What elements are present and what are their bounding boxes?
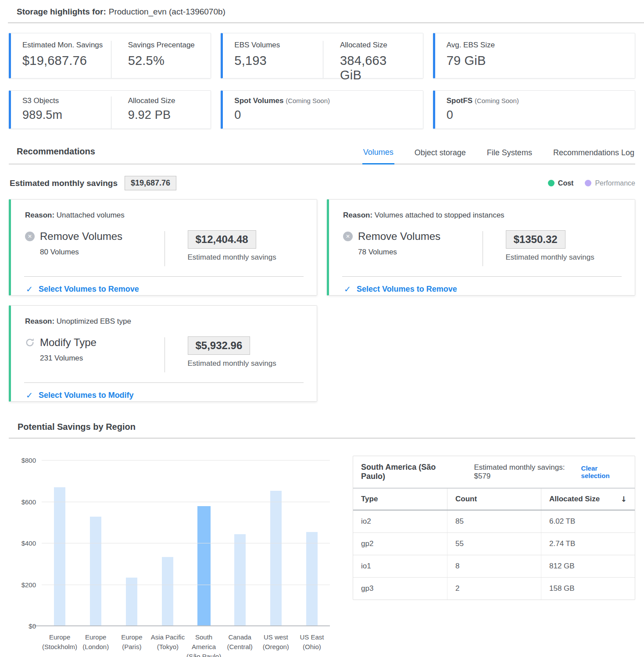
y-axis-tick-label: $200 (9, 581, 36, 589)
page-title: Storage highlights for: (17, 7, 106, 16)
table-cell: 812 GB (541, 555, 635, 577)
action-label: Remove Volumes (40, 230, 122, 243)
empty-grid-cell (327, 305, 635, 402)
select-volumes-to-modify-link[interactable]: ✓ Select Volumes to Modify (11, 383, 317, 400)
card-s3-objects: S3 Objects 989.5m Allocated Size 9.92 PB (9, 90, 211, 129)
table-row-gp2: gp2552.74 TB (353, 533, 635, 555)
table-cell: 6.02 TB (541, 511, 635, 532)
x-axis-label: Europe(London) (78, 632, 114, 657)
table-cell: 2 (447, 578, 541, 600)
stat-avg-ebs-size: Avg. EBS Size 79 GiB (447, 41, 623, 78)
y-axis-tick-label: $800 (9, 457, 36, 464)
savings-chart: $0$200$400$600$800 Europe(Stockholm)Euro… (9, 445, 330, 657)
table-cell: gp2 (353, 533, 447, 555)
column-type: Type (353, 489, 447, 510)
clear-selection-link[interactable]: Clear selection (581, 464, 627, 479)
tab-object-storage[interactable]: Object storage (414, 148, 467, 164)
table-cell: 55 (447, 533, 541, 555)
savings-value: $1350.32 (506, 230, 565, 249)
table-cell: io2 (353, 511, 447, 532)
table-row-io1: io18812 GB (353, 555, 635, 578)
reason-text: Volumes attached to stopped instances (375, 211, 504, 219)
recommendation-cards: Reason: Unattached volumes ✕ Remove Volu… (9, 199, 635, 402)
volume-count: 78 Volumes (358, 248, 483, 257)
sort-descending-icon[interactable]: ↓ (621, 495, 627, 503)
recommendations-section: Recommendations Volumes Object storage F… (9, 146, 635, 402)
savings-value: $12,404.48 (188, 230, 256, 249)
x-axis-label: Canada(Central) (222, 632, 258, 657)
coming-soon-label: (Coming Soon) (475, 97, 519, 104)
coming-soon-label: (Coming Soon) (286, 97, 330, 104)
chart-bar-europe-paris[interactable] (114, 461, 150, 626)
x-axis-label: Europe(Paris) (114, 632, 150, 657)
chart-bar-us-west-oregon[interactable] (258, 461, 294, 626)
gridline (42, 585, 330, 585)
chart-x-axis-labels: Europe(Stockholm)Europe(London)Europe(Pa… (42, 632, 330, 657)
table-cell: 158 GB (541, 578, 635, 600)
region-savings-subtitle: Estimated monthly savings: $579 (474, 463, 581, 481)
chart-bar-europe-london[interactable] (78, 461, 114, 626)
select-volumes-to-remove-link[interactable]: ✓ Select Volumes to Remove (329, 277, 635, 294)
y-axis-tick-label: $600 (9, 498, 36, 506)
stat-ebs-allocated-size: Allocated Size 384,663 GiB (323, 41, 411, 78)
card-spotfs: SpotFS (Coming Soon) 0 (433, 90, 635, 129)
remove-circle-icon: ✕ (25, 232, 35, 241)
table-cell: 8 (447, 555, 541, 577)
stat-s3-objects: S3 Objects 989.5m (22, 96, 111, 129)
x-axis-label: Asia Pacific(Tokyo) (150, 632, 186, 657)
column-count: Count (447, 489, 541, 510)
rec-card-stopped-instances: Reason: Volumes attached to stopped inst… (327, 199, 635, 296)
chart-title: Potential Savings by Region (9, 422, 635, 432)
selected-region-title: South America (São Paulo) (361, 463, 460, 481)
recommendations-title: Recommendations (17, 146, 95, 164)
stat-spotfs: SpotFS (Coming Soon) 0 (447, 96, 623, 129)
x-axis-label: South America(São Paulo) (186, 632, 222, 657)
y-axis-tick-label: $400 (9, 539, 36, 547)
table-row-io2: io2856.02 TB (353, 511, 635, 533)
chart-bar-europe-stockholm[interactable] (42, 461, 78, 626)
volume-count: 231 Volumes (40, 354, 165, 363)
account-name: Production_evn (act-1396070b) (109, 7, 225, 16)
y-axis-tick-label: $0 (9, 622, 36, 630)
stat-s3-allocated-size: Allocated Size 9.92 PB (111, 96, 200, 129)
chart-bar-canada-central[interactable] (222, 461, 258, 626)
stat-savings-percentage: Savings Precentage 52.5% (111, 41, 200, 78)
x-axis-label: US west(Oregon) (258, 632, 294, 657)
rec-card-unoptimized-ebs-type: Reason: Unoptimized EBS type Mod (9, 305, 317, 402)
chart-plot-area: $0$200$400$600$800 (42, 461, 330, 626)
remove-circle-icon: ✕ (343, 232, 353, 241)
performance-dot-icon (585, 180, 591, 186)
legend: Cost Performance (548, 179, 635, 187)
chart-bar-south-america-s-o-paulo[interactable] (186, 461, 222, 626)
cost-dot-icon (548, 180, 555, 186)
table-cell: gp3 (353, 578, 447, 600)
x-axis-label: US East(Ohio) (294, 632, 330, 657)
x-axis-label: Europe(Stockholm) (42, 632, 78, 657)
tab-recommendations-log[interactable]: Recommendations Log (552, 148, 635, 164)
select-volumes-to-remove-link[interactable]: ✓ Select Volumes to Remove (11, 277, 317, 294)
table-cell: 85 (447, 511, 541, 532)
chart-bar-asia-pacific-tokyo[interactable] (150, 461, 186, 626)
savings-value: $5,932.96 (188, 336, 250, 355)
estimated-monthly-savings-value: $19,687.76 (125, 176, 176, 190)
legend-performance: Performance (585, 179, 635, 187)
reason-text: Unoptimized EBS type (57, 317, 131, 325)
card-avg-ebs-size: Avg. EBS Size 79 GiB (433, 33, 635, 79)
reason-text: Unattached volumes (57, 211, 125, 219)
column-allocated-size: Allocated Size ↓ (541, 489, 635, 510)
stat-estimated-mon-savings: Estimated Mon. Savings $19,687.76 (22, 41, 111, 78)
stat-spot-volumes: Spot Volumes (Coming Soon) 0 (234, 96, 411, 129)
tab-file-systems[interactable]: File Systems (486, 148, 533, 164)
gridline (42, 460, 330, 461)
chart-bar-us-east-ohio[interactable] (294, 461, 330, 626)
gridline (42, 543, 330, 543)
recommendations-tabs: Volumes Object storage File Systems Reco… (343, 148, 635, 164)
modify-refresh-icon (25, 338, 35, 347)
volume-count: 80 Volumes (40, 248, 165, 257)
legend-cost: Cost (548, 179, 574, 187)
savings-by-region-section: Potential Savings by Region $0$200$400$6… (9, 422, 635, 657)
gridline (42, 502, 330, 502)
check-icon: ✓ (26, 390, 33, 400)
tab-volumes[interactable]: Volumes (362, 148, 394, 164)
table-cell: io1 (353, 555, 447, 577)
